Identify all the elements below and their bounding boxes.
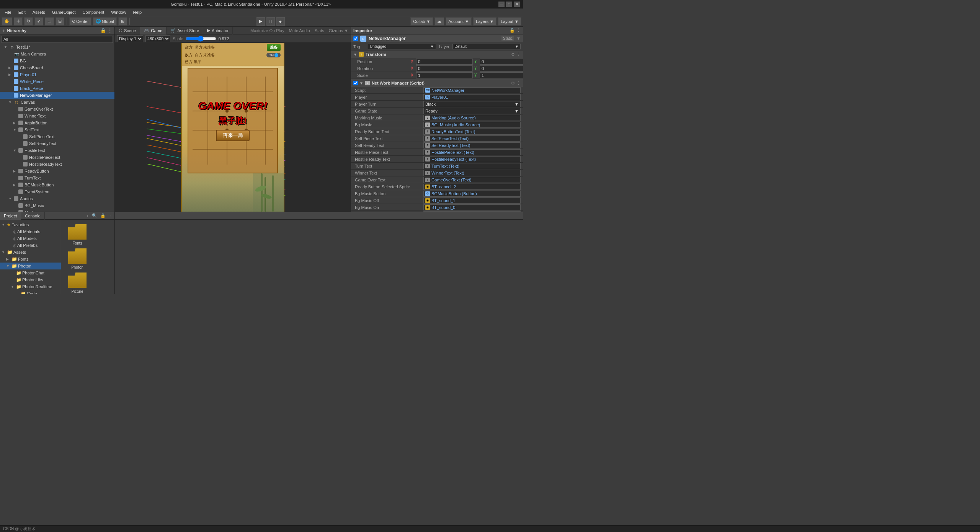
assets-root[interactable]: ▼ 📁 Assets: [0, 249, 61, 256]
layers-button[interactable]: Layers ▼: [473, 17, 497, 26]
display-select[interactable]: Display 1: [117, 35, 143, 42]
transform-settings-icon[interactable]: ⚙: [511, 52, 515, 57]
fav-prefabs[interactable]: ◎ All Prefabs: [0, 242, 61, 249]
layout-button[interactable]: Layout ▼: [498, 17, 521, 26]
scale-y-input[interactable]: [480, 72, 523, 78]
hierarchy-lock-icon[interactable]: 🔒: [100, 28, 106, 33]
prop-value-player[interactable]: G Player01: [423, 94, 521, 100]
menu-window[interactable]: Window: [108, 9, 129, 15]
prop-value-bgmbtn[interactable]: G BGMusicButton (Button): [423, 191, 521, 197]
assets-photonlibs[interactable]: 📁 PhotonLibs: [0, 276, 61, 283]
h-item-chessboard[interactable]: ▶ ChessBoard: [0, 64, 114, 71]
h-item-selfready[interactable]: SelfReadyText: [0, 140, 114, 147]
transform-overflow-icon[interactable]: ⋮: [516, 52, 521, 57]
transform-header[interactable]: ▼ T Transform ⚙ ⋮: [351, 51, 523, 58]
script-overflow-icon[interactable]: ⋮: [516, 81, 521, 86]
layer-value[interactable]: Default ▼: [452, 44, 521, 49]
script-field-value[interactable]: C# NetWorkManager: [423, 87, 521, 93]
assets-photonchat[interactable]: 📁 PhotonChat: [0, 269, 61, 276]
project-lock-icon[interactable]: 🔒: [99, 213, 107, 218]
account-button[interactable]: Account ▼: [446, 17, 472, 26]
grid-button[interactable]: ⊞: [118, 17, 127, 26]
h-item-hostilepiece[interactable]: HostilePieceText: [0, 154, 114, 161]
assets-photon[interactable]: ▼ 📁 Photon: [0, 263, 61, 269]
fav-models[interactable]: ◎ All Models: [0, 235, 61, 242]
prop-value-got[interactable]: T GameOverText (Text): [423, 177, 521, 183]
favorites-section[interactable]: ▼ ★ Favorites: [0, 221, 61, 228]
center-button[interactable]: ⊙ Center: [69, 17, 91, 26]
tab-game[interactable]: 🎮 Game: [140, 27, 167, 34]
h-item-black-piece[interactable]: Black_Piece: [0, 85, 114, 92]
prop-value-hpt[interactable]: T HostilePieceText (Text): [423, 149, 521, 155]
menu-file[interactable]: File: [2, 9, 15, 15]
play-button[interactable]: ▶: [256, 17, 265, 26]
project-search-icon[interactable]: 🔍: [90, 213, 99, 218]
rot-y-input[interactable]: [480, 65, 523, 72]
rect-tool[interactable]: ▭: [45, 17, 54, 26]
inspector-menu-icon[interactable]: ⋮: [516, 28, 521, 33]
gizmos-btn[interactable]: Gizmos ▼: [327, 28, 351, 33]
h-item-bg[interactable]: BG: [0, 57, 114, 64]
script-settings-icon[interactable]: ⚙: [511, 81, 515, 86]
h-item-eventsystem[interactable]: EventSystem: [0, 188, 114, 195]
pos-y-input[interactable]: [480, 59, 523, 65]
cloud-button[interactable]: ☁: [434, 17, 444, 26]
menu-edit[interactable]: Edit: [15, 9, 29, 15]
pos-x-input[interactable]: [416, 59, 473, 65]
stats-btn[interactable]: Stats: [312, 28, 327, 33]
menu-assets[interactable]: Assets: [29, 9, 48, 15]
fav-materials[interactable]: ◎ All Materials: [0, 228, 61, 235]
h-item-test01[interactable]: ▼ ⚙ Test01*: [0, 44, 114, 51]
scale-x-input[interactable]: [416, 72, 473, 78]
script-enabled-checkbox[interactable]: [353, 81, 358, 85]
hierarchy-menu-icon[interactable]: ⋮: [108, 28, 112, 33]
scale-slider[interactable]: [186, 36, 216, 42]
mute-audio[interactable]: Mute Audio: [287, 28, 312, 33]
script-header[interactable]: ▼ # Net Work Manager (Script) ⚙ ⋮: [351, 79, 523, 87]
prop-value-gamestate[interactable]: Ready ▼: [423, 108, 521, 114]
maximize-on-play[interactable]: Maximize On Play: [248, 28, 287, 33]
tab-console[interactable]: Console: [21, 212, 44, 220]
minimize-button[interactable]: ─: [498, 2, 505, 7]
maximize-button[interactable]: □: [506, 2, 512, 7]
tab-project[interactable]: Project: [0, 212, 21, 220]
h-item-marking[interactable]: Marking: [0, 209, 114, 212]
h-item-canvas[interactable]: ▼ ⬡ Canvas: [0, 99, 114, 106]
assets-fonts[interactable]: ▶ 📁 Fonts: [0, 256, 61, 263]
prop-value-marking[interactable]: ♪ Marking (Audio Source): [423, 115, 521, 121]
hierarchy-search[interactable]: [2, 36, 113, 43]
assets-code1[interactable]: 📁 Code: [0, 290, 61, 294]
static-dropdown[interactable]: ▼: [516, 36, 521, 41]
object-enabled-checkbox[interactable]: [353, 36, 358, 41]
close-button[interactable]: ✕: [514, 2, 520, 7]
menu-help[interactable]: Help: [130, 9, 145, 15]
pause-button[interactable]: ⏸: [266, 17, 275, 26]
move-tool[interactable]: ✛: [14, 17, 23, 26]
prop-value-srt[interactable]: T SelfReadyText (Text): [423, 142, 521, 149]
scale-tool[interactable]: ⤢: [34, 17, 43, 26]
h-item-gameovertext[interactable]: GameOverText: [0, 106, 114, 113]
h-item-selftext[interactable]: ▼ SelfText: [0, 126, 114, 133]
h-item-againbtn[interactable]: ▶ AgainButton: [0, 119, 114, 126]
hand-tool[interactable]: ✋: [2, 17, 12, 26]
tab-asset-store[interactable]: 🛒 Asset Store: [167, 27, 203, 34]
project-add-icon[interactable]: +: [85, 214, 90, 218]
h-item-bgmusicbtn[interactable]: ▶ BGMusicButton: [0, 181, 114, 188]
inspector-lock-icon[interactable]: 🔒: [510, 28, 515, 33]
tag-value[interactable]: Untagged ▼: [368, 44, 436, 49]
h-item-hostileready[interactable]: HostileReadyText: [0, 161, 114, 168]
prop-value-bgmoff[interactable]: ◉ BT_suond_1: [423, 197, 521, 204]
tab-scene[interactable]: ⬡ Scene: [115, 27, 140, 34]
rotate-tool[interactable]: ↻: [24, 17, 33, 26]
rot-x-input[interactable]: [416, 65, 473, 72]
prop-value-turn[interactable]: Black ▼: [423, 101, 521, 107]
transform-tool[interactable]: ⊞: [56, 17, 64, 26]
asset-picture[interactable]: Picture: [66, 273, 89, 294]
prop-value-tt[interactable]: T TurnText (Text): [423, 163, 521, 169]
prop-value-hrt[interactable]: T HostileReadyText (Text): [423, 156, 521, 162]
assets-photonrt[interactable]: ▼ 📁 PhotonRealtime: [0, 283, 61, 290]
tab-animator[interactable]: ▶ Animator: [203, 27, 233, 34]
h-item-audios[interactable]: ▼ Audios: [0, 195, 114, 202]
h-item-camera[interactable]: 📷 Main Camera: [0, 51, 114, 57]
h-item-winnertext[interactable]: WinnerText: [0, 113, 114, 119]
